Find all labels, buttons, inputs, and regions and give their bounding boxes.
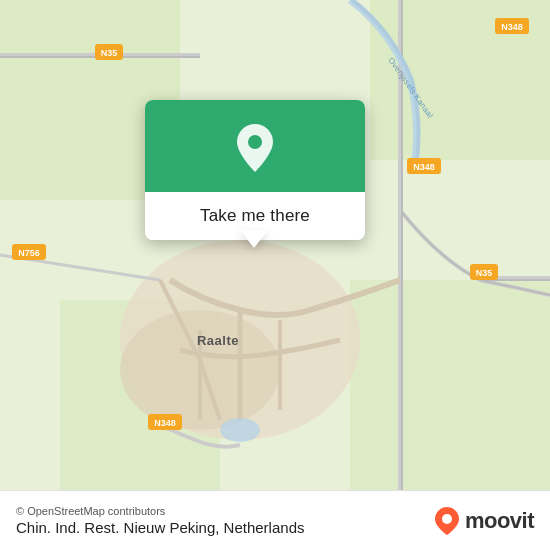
svg-text:N348: N348 bbox=[413, 162, 435, 172]
popup-green-section bbox=[145, 100, 365, 192]
svg-text:N348: N348 bbox=[501, 22, 523, 32]
svg-point-14 bbox=[220, 418, 260, 442]
map-container: N35 N35 N348 N348 N348 N756 Raalte Overi… bbox=[0, 0, 550, 490]
moovit-brand-icon bbox=[433, 506, 461, 536]
moovit-logo: moovit bbox=[433, 506, 534, 536]
location-title: Chin. Ind. Rest. Nieuw Peking, Netherlan… bbox=[16, 519, 304, 536]
svg-point-30 bbox=[442, 514, 452, 524]
popup-card: Take me there bbox=[145, 100, 365, 240]
openstreetmap-credit: © OpenStreetMap contributors bbox=[16, 505, 304, 517]
svg-text:N348: N348 bbox=[154, 418, 176, 428]
footer-bar: © OpenStreetMap contributors Chin. Ind. … bbox=[0, 490, 550, 550]
svg-text:N35: N35 bbox=[101, 48, 118, 58]
svg-text:Raalte: Raalte bbox=[197, 333, 239, 348]
svg-text:N756: N756 bbox=[18, 248, 40, 258]
popup-tail bbox=[240, 230, 268, 248]
svg-rect-4 bbox=[350, 280, 550, 490]
map-svg: N35 N35 N348 N348 N348 N756 Raalte Overi… bbox=[0, 0, 550, 490]
moovit-text: moovit bbox=[465, 508, 534, 534]
svg-text:N35: N35 bbox=[476, 268, 493, 278]
svg-point-29 bbox=[248, 135, 262, 149]
footer-left: © OpenStreetMap contributors Chin. Ind. … bbox=[16, 505, 304, 536]
location-pin-icon bbox=[233, 122, 277, 174]
